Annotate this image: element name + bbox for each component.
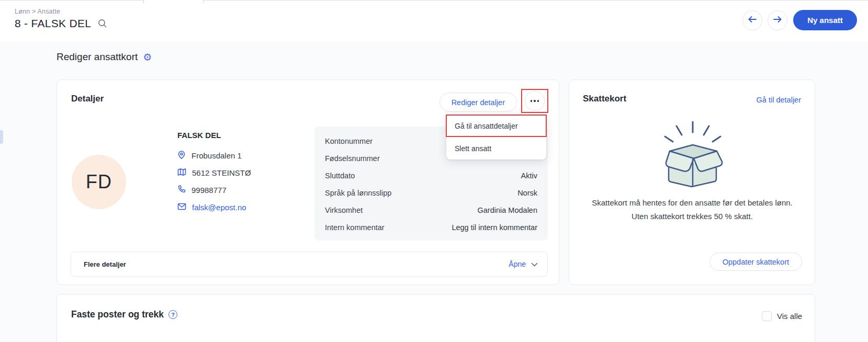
next-employee-button[interactable] <box>768 10 787 30</box>
tab-corner-right <box>203 0 204 3</box>
postal-text: 5612 STEINSTØ <box>192 168 251 177</box>
gear-icon[interactable]: ⚙ <box>143 52 152 62</box>
tax-description: Skattekort må hentes for den ansatte før… <box>588 196 797 223</box>
field-label: Intern kommentar <box>325 223 385 232</box>
chevron-down-icon <box>531 259 538 269</box>
more-details-bar[interactable]: Flere detaljer Åpne <box>71 252 548 277</box>
tax-details-link[interactable]: Gå til detaljer <box>757 96 801 104</box>
tab-corner-left <box>143 0 144 3</box>
help-icon[interactable]: ? <box>168 310 177 319</box>
field-row-sluttdato: Sluttdato Aktiv <box>325 167 537 184</box>
edit-details-button[interactable]: Rediger detaljer <box>439 93 517 112</box>
details-card: Detaljer Rediger detaljer Gå til ansattd… <box>57 79 559 285</box>
new-employee-button[interactable]: Ny ansatt <box>793 10 857 30</box>
show-all-label[interactable]: Vis alle <box>777 312 802 321</box>
main-area: Rediger ansattkort ⚙ Detaljer Rediger de… <box>0 42 868 342</box>
show-all-checkbox[interactable] <box>762 311 772 321</box>
sidebar-edge <box>0 130 3 144</box>
field-row-intern-kommentar: Intern kommentar Legg til intern komment… <box>325 219 537 236</box>
field-label: Virksomhet <box>325 206 363 214</box>
breadcrumb: Lønn > Ansatte <box>15 8 60 15</box>
field-label: Språk på lønnsslipp <box>325 189 391 197</box>
contact-row-phone: 99988777 <box>177 181 251 199</box>
open-box-illustration <box>648 119 737 190</box>
breadcrumb-lonn[interactable]: Lønn <box>15 8 30 15</box>
avatar: FD <box>72 155 126 209</box>
prev-employee-button[interactable] <box>742 10 762 30</box>
breadcrumb-ansatte[interactable]: Ansatte <box>37 8 60 15</box>
map-icon <box>177 168 186 178</box>
fixed-posts-title: Faste poster og trekk <box>71 309 164 320</box>
field-value: Norsk <box>517 189 537 197</box>
top-header: Lønn > Ansatte 8 - FALSK DEL N <box>0 0 868 42</box>
tax-card-title: Skattekort <box>583 94 626 104</box>
field-label: Fødselsnummer <box>325 154 380 163</box>
page-title: 8 - FALSK DEL <box>15 17 91 30</box>
section-title: Rediger ansattkort <box>57 51 138 63</box>
field-label: Kontonummer <box>325 137 373 145</box>
top-border-left <box>0 0 144 1</box>
details-card-title: Detaljer <box>71 94 104 104</box>
add-internal-comment-link[interactable]: Legg til intern kommentar <box>452 223 537 232</box>
fixed-posts-card: Faste poster og trekk ? Vis alle <box>57 294 815 342</box>
address-text: Frobusdalen 1 <box>191 151 242 160</box>
field-row-sprak: Språk på lønnsslipp Norsk <box>325 184 537 201</box>
contact-row-address: Frobusdalen 1 <box>177 147 251 164</box>
phone-icon <box>177 185 186 195</box>
phone-text: 99988777 <box>191 186 227 195</box>
contact-row-postal: 5612 STEINSTØ <box>177 164 251 181</box>
field-value: Aktiv <box>521 172 537 180</box>
arrow-left-icon <box>748 16 757 25</box>
contact-row-email: falsk@epost.no <box>177 199 251 216</box>
more-details-label: Flere detaljer <box>84 260 126 268</box>
menu-item-go-to-employee-details[interactable]: Gå til ansattdetaljer <box>446 115 546 137</box>
breadcrumb-separator: > <box>32 8 36 15</box>
ellipsis-icon <box>531 100 539 102</box>
email-link[interactable]: falsk@epost.no <box>192 203 246 212</box>
field-value: Gardinia Modalen <box>478 206 537 214</box>
tax-card: Skattekort Gå til detaljer <box>569 79 815 285</box>
field-label: Sluttdato <box>325 172 355 180</box>
email-icon <box>177 203 186 212</box>
arrow-right-icon <box>773 16 782 25</box>
update-tax-card-button[interactable]: Oppdater skattekort <box>709 253 802 271</box>
menu-item-delete-employee[interactable]: Slett ansatt <box>446 137 546 159</box>
employee-name: FALSK DEL <box>177 131 251 140</box>
more-options-menu: Gå til ansattdetaljer Slett ansatt <box>446 115 546 159</box>
top-border-right <box>203 0 868 1</box>
search-icon[interactable] <box>97 18 108 29</box>
field-row-virksomhet: Virksomhet Gardinia Modalen <box>325 201 537 219</box>
location-pin-icon <box>177 151 186 161</box>
annotation-box-more-button <box>521 89 548 113</box>
open-link[interactable]: Åpne <box>509 260 526 268</box>
more-options-button[interactable] <box>525 91 545 111</box>
